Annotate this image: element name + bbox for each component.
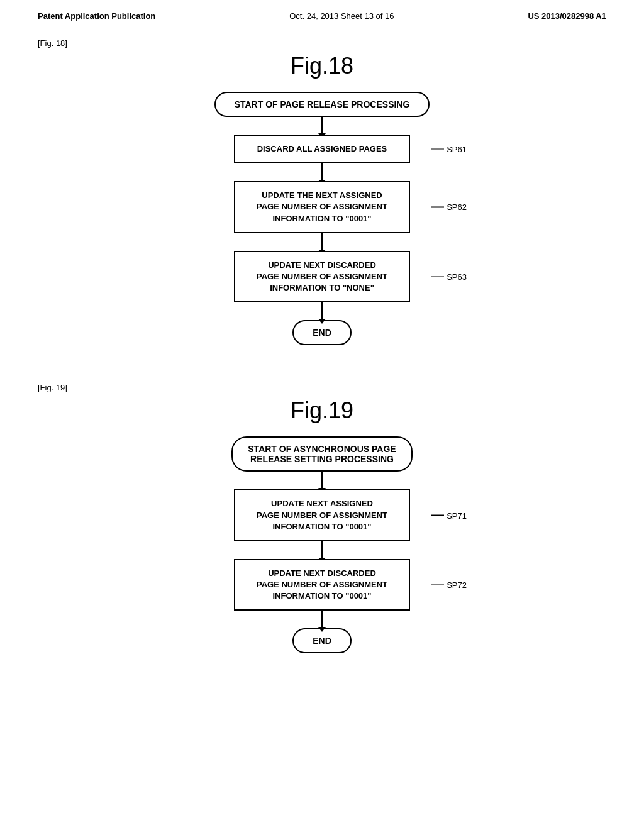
fig19-section: [Fig. 19] Fig.19 START OF ASYNCHRONOUS P… <box>0 383 644 653</box>
fig18-step-sp62: UPDATE THE NEXT ASSIGNEDPAGE NUMBER OF A… <box>234 181 410 233</box>
fig18-step-sp61: DISCARD ALL ASSIGNED PAGES <box>234 135 410 163</box>
fig18-section: [Fig. 18] Fig.18 START OF PAGE RELEASE P… <box>0 38 644 364</box>
fig18-label: [Fig. 18] <box>38 38 644 48</box>
fig18-flow: START OF PAGE RELEASE PROCESSING DISCARD… <box>214 92 430 345</box>
fig18-arrow-2 <box>321 163 323 181</box>
fig18-title: Fig.18 <box>0 53 644 79</box>
fig18-end-node: END <box>292 320 352 345</box>
header-date-sheet: Oct. 24, 2013 Sheet 13 of 16 <box>289 11 394 21</box>
fig18-sp62-label: SP62 <box>431 202 467 212</box>
fig18-arrow-1 <box>321 117 323 135</box>
fig19-flow: START OF ASYNCHRONOUS PAGERELEASE SETTIN… <box>231 436 412 653</box>
fig19-title: Fig.19 <box>0 397 644 424</box>
fig19-step-sp71: UPDATE NEXT ASSIGNEDPAGE NUMBER OF ASSIG… <box>234 489 410 541</box>
fig19-diagram: START OF ASYNCHRONOUS PAGERELEASE SETTIN… <box>0 436 644 653</box>
fig18-arrow-3 <box>321 233 323 251</box>
fig18-sp61-label: SP61 <box>431 145 467 154</box>
fig19-step-sp71-row: UPDATE NEXT ASSIGNEDPAGE NUMBER OF ASSIG… <box>234 489 410 541</box>
header-patent-number: US 2013/0282998 A1 <box>528 11 606 21</box>
fig18-step-sp63: UPDATE NEXT DISCARDEDPAGE NUMBER OF ASSI… <box>234 251 410 303</box>
fig18-sp63-label: SP63 <box>431 272 467 282</box>
fig19-sp71-label: SP71 <box>431 511 467 520</box>
fig19-arrow-1 <box>321 472 323 489</box>
fig19-label: [Fig. 19] <box>38 383 644 392</box>
fig19-sp72-label: SP72 <box>431 580 467 590</box>
fig19-start-node: START OF ASYNCHRONOUS PAGERELEASE SETTIN… <box>231 436 412 472</box>
page-header: Patent Application Publication Oct. 24, … <box>0 0 644 27</box>
fig19-arrow-2 <box>321 541 323 559</box>
fig19-step-sp72-row: UPDATE NEXT DISCARDEDPAGE NUMBER OF ASSI… <box>234 559 410 611</box>
fig18-step-sp63-row: UPDATE NEXT DISCARDEDPAGE NUMBER OF ASSI… <box>234 251 410 303</box>
fig18-step-sp62-row: UPDATE THE NEXT ASSIGNEDPAGE NUMBER OF A… <box>234 181 410 233</box>
header-publication: Patent Application Publication <box>38 11 155 21</box>
fig18-diagram: START OF PAGE RELEASE PROCESSING DISCARD… <box>0 92 644 345</box>
fig18-arrow-4 <box>321 302 323 320</box>
fig18-start-node: START OF PAGE RELEASE PROCESSING <box>214 92 430 117</box>
fig19-step-sp72: UPDATE NEXT DISCARDEDPAGE NUMBER OF ASSI… <box>234 559 410 611</box>
fig19-end-node: END <box>292 628 352 653</box>
fig18-step-sp61-row: DISCARD ALL ASSIGNED PAGES SP61 <box>234 135 410 163</box>
fig19-arrow-3 <box>321 611 323 628</box>
